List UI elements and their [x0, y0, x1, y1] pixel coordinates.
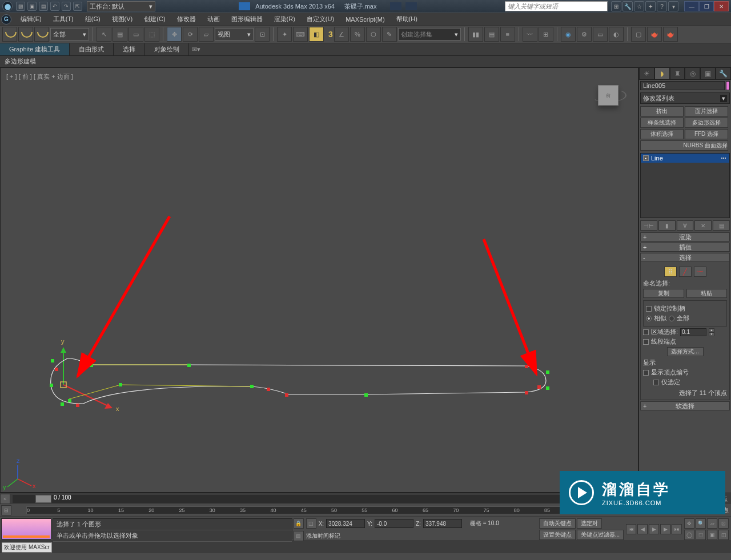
subobj-vertex-icon[interactable]: ⠿: [664, 267, 677, 277]
keyboard-shortcut-icon[interactable]: ⌨: [293, 27, 308, 42]
pin-stack-icon[interactable]: ⊣⊢: [640, 220, 657, 231]
rollout-soft-selection[interactable]: +软选择: [640, 401, 730, 410]
close-button[interactable]: ✕: [714, 1, 729, 11]
edit-named-sel-icon[interactable]: ✎: [382, 27, 397, 42]
area-select-input[interactable]: [680, 328, 706, 336]
workspace-dropdown[interactable]: 工作台: 默认▾: [87, 1, 155, 11]
bind-icon[interactable]: [34, 27, 49, 42]
teapot-container-icon[interactable]: ▢: [631, 27, 646, 42]
rollout-selection[interactable]: -选择: [640, 253, 730, 262]
search-input[interactable]: [505, 1, 608, 11]
dropdown-icon[interactable]: ▾: [668, 1, 678, 11]
qat-undo-icon[interactable]: ↶: [50, 2, 59, 11]
angle-snap-icon[interactable]: ∠: [334, 27, 349, 42]
cp-tab-motion-icon[interactable]: ◎: [685, 67, 700, 79]
ribbon-tab-selection[interactable]: 选择: [114, 43, 145, 55]
menu-tools[interactable]: 工具(T): [47, 13, 79, 25]
nav-zoom-all-icon[interactable]: ⊡: [718, 518, 729, 529]
object-color-swatch[interactable]: [726, 81, 730, 90]
modifier-list-dropdown[interactable]: 修改器列表▾: [640, 92, 730, 104]
goto-end-icon[interactable]: ⏭: [672, 524, 682, 534]
area-select-checkbox[interactable]: [643, 329, 649, 335]
viewport[interactable]: [ + ] [ 前 ] [ 真实 + 边面 ] 前 y x: [0, 67, 638, 493]
nav-fov-icon[interactable]: ▱: [707, 518, 717, 529]
render-frame-icon[interactable]: ▭: [593, 27, 608, 42]
cp-tab-display-icon[interactable]: ▣: [700, 67, 716, 79]
auto-key-button[interactable]: 自动关键点: [539, 518, 576, 529]
ribbon-tab-paint[interactable]: 对象绘制: [145, 43, 189, 55]
menu-group[interactable]: 组(G): [79, 13, 106, 25]
move-icon[interactable]: ✥: [167, 27, 182, 42]
menu-rendering[interactable]: 渲染(R): [268, 13, 301, 25]
show-vertex-nums-checkbox[interactable]: [643, 370, 649, 376]
select-name-icon[interactable]: ▤: [113, 27, 127, 42]
only-selected-checkbox[interactable]: [653, 380, 659, 385]
quick-render-icon[interactable]: 🫖: [663, 27, 678, 42]
menu-help[interactable]: 帮助(H): [391, 13, 423, 25]
menu-grapheditors[interactable]: 图形编辑器: [226, 13, 268, 25]
nav-maximize-icon[interactable]: ▣: [707, 530, 717, 540]
selection-filter-dropdown[interactable]: 全部▾: [50, 28, 89, 41]
y-input[interactable]: [375, 519, 413, 528]
nav-min-max-icon[interactable]: ◫: [718, 530, 729, 540]
paste-button[interactable]: 粘贴: [686, 289, 728, 298]
configure-sets-icon[interactable]: ▤: [713, 220, 730, 231]
stack-item-line[interactable]: ▪ Line: [641, 154, 729, 163]
star-icon[interactable]: ☆: [634, 1, 644, 11]
rotate-icon[interactable]: ⟳: [183, 27, 198, 42]
spinner-icon[interactable]: ▲▼: [709, 328, 714, 336]
goto-start-icon[interactable]: ⏮: [626, 524, 636, 534]
abs-rel-icon[interactable]: ◫: [306, 518, 316, 529]
menu-app-icon[interactable]: G: [1, 14, 11, 25]
help-icon[interactable]: ?: [657, 1, 667, 11]
taskbar-app-icon[interactable]: [239, 2, 250, 10]
key-filters-button[interactable]: 关键点过滤器...: [577, 530, 624, 540]
remove-mod-icon[interactable]: ✕: [694, 220, 712, 231]
ribbon-sub-label[interactable]: 多边形建模: [0, 56, 731, 67]
menu-maxscript[interactable]: MAXScript(M): [340, 14, 390, 25]
qat-open-icon[interactable]: ▣: [27, 2, 37, 11]
schematic-icon[interactable]: ⊞: [539, 27, 553, 42]
align-icon[interactable]: ▤: [484, 27, 499, 42]
qat-save-icon[interactable]: ▤: [39, 2, 48, 11]
z-input[interactable]: [423, 519, 462, 528]
subobj-segment-icon[interactable]: ╱: [679, 267, 692, 277]
ribbon-expand-icon[interactable]: ✉▾: [189, 43, 203, 55]
subobj-spline-icon[interactable]: 〰: [694, 267, 706, 277]
ribbon-tab-graphite[interactable]: Graphite 建模工具: [0, 43, 70, 55]
mod-btn-vol-select[interactable]: 体积选择: [640, 129, 684, 139]
cp-tab-utilities-icon[interactable]: 🔧: [716, 67, 731, 79]
expand-icon[interactable]: ▪: [643, 155, 649, 161]
select-way-button[interactable]: 选择方式…: [667, 347, 704, 356]
menu-edit[interactable]: 编辑(E): [15, 13, 47, 25]
qat-link-icon[interactable]: ⇱: [73, 2, 82, 11]
lock-selection-icon[interactable]: 🔒: [294, 518, 304, 529]
menu-create[interactable]: 创建(C): [138, 13, 171, 25]
render-prod-icon[interactable]: ◐: [609, 27, 624, 42]
rect-region-icon[interactable]: ▭: [128, 27, 143, 42]
cp-tab-modify-icon[interactable]: ◗: [654, 67, 670, 79]
qat-new-icon[interactable]: ▨: [16, 2, 25, 11]
mod-btn-patch-select[interactable]: 面片选择: [685, 106, 728, 116]
wrench-icon[interactable]: 🔧: [622, 1, 633, 11]
modifier-stack[interactable]: ▪ Line: [640, 153, 730, 218]
curve-editor-icon[interactable]: 〰: [523, 27, 537, 42]
time-ruler[interactable]: /* ruler marks filled below */ 051015202…: [26, 506, 636, 514]
spinner-snap-icon[interactable]: ⬡: [366, 27, 381, 42]
material-editor-icon[interactable]: ◉: [561, 27, 576, 42]
toolbox-icon[interactable]: ⊞: [611, 1, 621, 11]
nav-zoom-icon[interactable]: 🔍: [696, 518, 706, 529]
show-end-result-icon[interactable]: ▮: [658, 220, 676, 231]
mirror-icon[interactable]: ▮▮: [468, 27, 483, 42]
taskbar-thumb-icon[interactable]: [390, 2, 401, 10]
mod-btn-poly-select[interactable]: 多边形选择: [685, 118, 728, 128]
scale-icon[interactable]: ▱: [199, 27, 214, 42]
render-setup-icon[interactable]: ⚙: [577, 27, 592, 42]
named-selection-dropdown[interactable]: 创建选择集▾: [398, 28, 461, 41]
segment-end-checkbox[interactable]: [643, 339, 649, 345]
ribbon-tab-freeform[interactable]: 自由形式: [70, 43, 114, 55]
time-slider[interactable]: 0 / 100: [13, 495, 636, 503]
menu-animation[interactable]: 动画: [202, 13, 226, 25]
selection-filter-button[interactable]: 选定对: [577, 518, 602, 529]
make-unique-icon[interactable]: ∀: [677, 220, 694, 231]
